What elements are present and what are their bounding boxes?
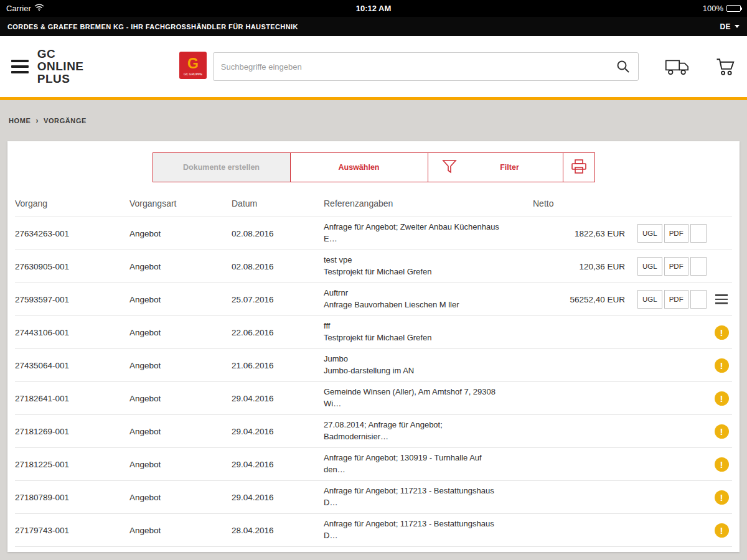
search-bar <box>213 52 639 81</box>
referenz-line-2: Anfrage Bauvorhaben Lieschen M ller <box>324 300 459 309</box>
table-row[interactable]: 27179743-001 Angebot 28.04.2016 Anfrage … <box>15 514 732 547</box>
warning-badge[interactable]: ! <box>715 490 729 505</box>
pdf-button[interactable]: PDF <box>664 257 688 276</box>
app-logo-text: GC ONLINE PLUS <box>37 48 120 85</box>
referenz-line-1: Auftrnr <box>324 288 348 297</box>
logo-line-1: GC <box>37 48 120 60</box>
referenz-line-2: Badmodernisier… <box>324 432 388 441</box>
col-header-vorgangsart: Vorgangsart <box>129 198 232 208</box>
app-header: GC ONLINE PLUS G GC GRUPPE <box>0 36 747 97</box>
search-input[interactable] <box>221 62 616 72</box>
gc-gruppe-logo: G GC GRUPPE <box>179 52 207 82</box>
cell-netto: 1822,63 EUR <box>533 229 637 238</box>
referenz-line-1: fff <box>324 321 330 330</box>
funnel-icon <box>442 160 457 175</box>
breadcrumb-home[interactable]: HOME <box>9 117 31 124</box>
battery-icon <box>726 5 741 12</box>
referenz-line-1: 27.08.2014; Anfrage für Angebot; <box>324 420 443 429</box>
cell-referenz: Anfrage für Angebot; 117213 - Bestattung… <box>324 485 533 509</box>
cell-datum: 29.04.2016 <box>232 460 324 469</box>
carrier-label: Carrier <box>6 4 31 13</box>
table-row[interactable]: 27593597-001 Angebot 25.07.2016 Auftrnr … <box>15 283 732 316</box>
cell-vorgangsart: Angebot <box>129 229 232 238</box>
toolbar: Dokumente erstellen Auswählen Filter <box>15 152 732 182</box>
cell-vorgangsart: Angebot <box>129 493 232 502</box>
cell-vorgangsart: Angebot <box>129 526 232 535</box>
search-icon[interactable] <box>616 59 631 74</box>
create-documents-button[interactable]: Dokumente erstellen <box>153 152 291 182</box>
ugl-button[interactable]: UGL <box>637 224 662 243</box>
breadcrumb: HOME › VORGÄNGE <box>0 100 747 141</box>
ugl-button[interactable]: UGL <box>637 257 662 276</box>
table-row[interactable]: 27435064-001 Angebot 21.06.2016 Jumbo Ju… <box>15 349 732 382</box>
filter-button[interactable]: Filter <box>428 152 563 182</box>
clock: 10:12 AM <box>356 4 392 13</box>
referenz-line-2: E… <box>324 234 337 243</box>
svg-text:GC GRUPPE: GC GRUPPE <box>184 72 203 76</box>
delivery-truck-icon[interactable] <box>665 57 690 76</box>
warning-badge[interactable]: ! <box>715 523 729 538</box>
row-right-slot: ! <box>711 523 732 538</box>
cell-vorgang: 27182641-001 <box>15 394 129 403</box>
warning-badge[interactable]: ! <box>715 325 729 340</box>
select-button[interactable]: Auswählen <box>290 152 428 182</box>
cell-vorgang: 27630905-001 <box>15 262 129 271</box>
table-row[interactable]: 27181225-001 Angebot 29.04.2016 Anfrage … <box>15 448 732 481</box>
table-row[interactable]: 27180789-001 Angebot 29.04.2016 Anfrage … <box>15 481 732 514</box>
cell-vorgangsart: Angebot <box>129 262 232 271</box>
referenz-line-2: D… <box>324 531 337 540</box>
create-documents-label: Dokumente erstellen <box>183 163 260 172</box>
row-right-slot: ! <box>711 325 732 340</box>
cell-vorgangsart: Angebot <box>129 427 232 436</box>
referenz-line-2: Testprojekt für Michael Grefen <box>324 267 431 276</box>
cell-vorgang: 27634263-001 <box>15 229 129 238</box>
referenz-line-1: test vpe <box>324 255 352 264</box>
breadcrumb-separator-icon: › <box>35 116 39 125</box>
referenz-line-2: Jumbo-darstellung im AN <box>324 366 414 375</box>
print-button[interactable] <box>563 152 595 182</box>
row-right-slot: ! <box>711 490 732 505</box>
referenz-line-2: D… <box>324 498 337 507</box>
ugl-button[interactable]: UGL <box>637 290 662 309</box>
cell-vorgangsart: Angebot <box>129 328 232 337</box>
drag-handle-icon[interactable] <box>715 294 728 304</box>
cell-vorgang: 27435064-001 <box>15 361 129 370</box>
table-row[interactable]: 27443106-001 Angebot 22.06.2016 fff Test… <box>15 316 732 349</box>
table-row[interactable]: 27181269-001 Angebot 29.04.2016 27.08.20… <box>15 415 732 448</box>
warning-badge[interactable]: ! <box>715 391 729 406</box>
col-header-referenzangaben: Referenzangaben <box>324 198 533 208</box>
table-row[interactable]: 27634263-001 Angebot 02.08.2016 Anfrage … <box>15 217 732 250</box>
referenz-line-2: den… <box>324 465 345 474</box>
table-row[interactable]: 27182641-001 Angebot 29.04.2016 Gemeinde… <box>15 382 732 415</box>
cell-vorgang: 27443106-001 <box>15 328 129 337</box>
vorgaenge-table: Vorgang Vorgangsart Datum Referenzangabe… <box>15 190 732 547</box>
company-title: CORDES & GRAEFE BREMEN KG - IHR FACHGROS… <box>7 23 298 30</box>
cell-datum: 29.04.2016 <box>232 394 324 403</box>
language-selector[interactable]: DE <box>720 22 740 31</box>
row-checkbox[interactable] <box>690 224 707 243</box>
cell-vorgangsart: Angebot <box>129 394 232 403</box>
wifi-icon <box>34 4 44 13</box>
pdf-button[interactable]: PDF <box>664 290 688 309</box>
warning-badge[interactable]: ! <box>715 358 729 373</box>
table-row[interactable]: 27630905-001 Angebot 02.08.2016 test vpe… <box>15 250 732 283</box>
cell-datum: 28.04.2016 <box>232 526 324 535</box>
row-checkbox[interactable] <box>690 290 707 309</box>
menu-icon[interactable] <box>11 60 29 73</box>
cart-icon[interactable] <box>716 58 736 76</box>
col-header-vorgang: Vorgang <box>15 198 129 208</box>
row-actions: UGL PDF <box>637 257 711 276</box>
cell-vorgang: 27181225-001 <box>15 460 129 469</box>
row-right-slot: ! <box>711 457 732 472</box>
row-right-slot: ! <box>711 358 732 373</box>
warning-badge[interactable]: ! <box>715 424 729 439</box>
cell-netto: 56252,40 EUR <box>533 295 637 304</box>
battery-percent: 100% <box>703 4 723 13</box>
row-right-slot: ! <box>711 424 732 439</box>
row-checkbox[interactable] <box>690 257 707 276</box>
language-label: DE <box>720 22 731 31</box>
warning-badge[interactable]: ! <box>715 457 729 472</box>
cell-vorgang: 27181269-001 <box>15 427 129 436</box>
col-header-datum: Datum <box>232 198 324 208</box>
pdf-button[interactable]: PDF <box>664 224 688 243</box>
